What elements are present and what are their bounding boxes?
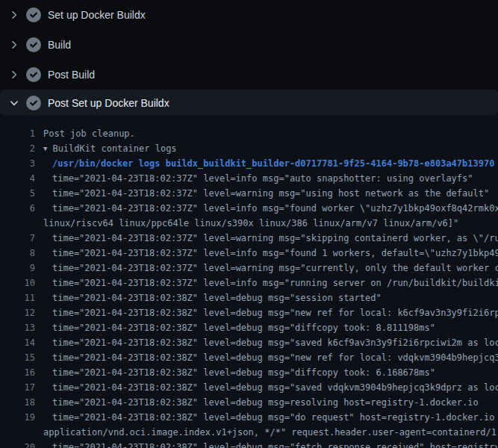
log-line-text: time="2021-04-23T18:02:38Z" level=debug …	[52, 412, 498, 423]
log-line-text: time="2021-04-23T18:02:38Z" level=debug …	[52, 293, 382, 303]
log-line: 9 time="2021-04-23T18:02:37Z" level=warn…	[0, 261, 498, 276]
chevron-right-icon[interactable]	[8, 9, 20, 21]
log-line-number[interactable]: 18	[22, 395, 35, 410]
chevron-right-icon[interactable]	[8, 39, 20, 51]
chevron-down-icon[interactable]	[8, 97, 20, 109]
log-line: 12 time="2021-04-23T18:02:38Z" level=deb…	[0, 305, 498, 320]
step-label: Post Build	[48, 69, 95, 81]
log-line: linux/riscv64 linux/ppc64le linux/s390x …	[0, 216, 498, 231]
log-line-text: time="2021-04-23T18:02:38Z" level=debug …	[52, 337, 498, 348]
log-line-text: time="2021-04-23T18:02:38Z" level=debug …	[52, 397, 479, 408]
workflow-log-viewer: Set up Docker Buildx Build Post Build Po…	[0, 0, 498, 448]
log-line: 19 time="2021-04-23T18:02:38Z" level=deb…	[0, 410, 498, 425]
log-line-number[interactable]: 17	[22, 380, 35, 395]
step-row[interactable]: Set up Docker Buildx	[0, 0, 498, 30]
log-line-text: time="2021-04-23T18:02:37Z" level=warnin…	[52, 263, 498, 273]
log-line-number[interactable]: 16	[22, 365, 35, 380]
log-line: 17 time="2021-04-23T18:02:38Z" level=deb…	[0, 380, 498, 395]
log-line: 11 time="2021-04-23T18:02:38Z" level=deb…	[0, 290, 498, 305]
log-line: 6 time="2021-04-23T18:02:37Z" level=info…	[0, 201, 498, 216]
log-line-text: /usr/bin/docker logs buildx_buildkit_bui…	[52, 158, 494, 169]
log-line-text: time="2021-04-23T18:02:37Z" level=info m…	[52, 173, 473, 184]
step-list: Set up Docker Buildx Build Post Build Po…	[0, 0, 498, 116]
log-output: 1 Post job cleanup. 2 ▼BuildKit containe…	[0, 116, 498, 448]
log-line-text: application/vnd.oci.image.index.v1+json,…	[43, 427, 498, 438]
log-line-text: time="2021-04-23T18:02:38Z" level=debug …	[52, 352, 498, 363]
log-line: 20 time="2021-04-23T18:02:38Z" level=deb…	[0, 440, 498, 448]
step-label: Post Set up Docker Buildx	[48, 97, 169, 109]
log-line-text: time="2021-04-23T18:02:38Z" level=debug …	[52, 367, 435, 378]
step-label: Build	[48, 39, 71, 51]
log-line-number[interactable]: 19	[22, 410, 35, 425]
log-line-text: time="2021-04-23T18:02:38Z" level=debug …	[52, 308, 498, 318]
log-line-number[interactable]: 1	[22, 126, 35, 141]
log-line-number[interactable]: 6	[22, 201, 35, 216]
log-line-number[interactable]: 3	[22, 156, 35, 171]
step-row[interactable]: Build	[0, 30, 498, 60]
chevron-right-icon[interactable]	[8, 69, 20, 81]
log-line: 15 time="2021-04-23T18:02:38Z" level=deb…	[0, 350, 498, 365]
log-line: 8 time="2021-04-23T18:02:37Z" level=info…	[0, 246, 498, 261]
step-label: Set up Docker Buildx	[48, 9, 146, 21]
log-line: 10 time="2021-04-23T18:02:37Z" level=inf…	[0, 276, 498, 290]
check-circle-icon	[26, 37, 41, 52]
log-line: 5 time="2021-04-23T18:02:37Z" level=warn…	[0, 186, 498, 201]
log-line: 13 time="2021-04-23T18:02:38Z" level=deb…	[0, 320, 498, 335]
log-line-number[interactable]: 14	[22, 335, 35, 350]
collapse-triangle-icon[interactable]: ▼	[43, 141, 47, 156]
log-line: 4 time="2021-04-23T18:02:37Z" level=info…	[0, 171, 498, 186]
log-line-number[interactable]: 11	[22, 290, 35, 305]
log-line-text: linux/riscv64 linux/ppc64le linux/s390x …	[43, 218, 458, 228]
log-line-text: time="2021-04-23T18:02:37Z" level=info m…	[52, 248, 498, 258]
log-line-number[interactable]	[22, 216, 35, 231]
check-circle-icon	[26, 67, 41, 82]
log-line-number[interactable]: 2	[22, 141, 35, 156]
log-line: 2 ▼BuildKit container logs	[0, 141, 498, 156]
log-line: 7 time="2021-04-23T18:02:37Z" level=warn…	[0, 231, 498, 246]
step-row[interactable]: Post Build	[0, 60, 498, 90]
check-circle-icon	[26, 7, 41, 22]
log-line: 14 time="2021-04-23T18:02:38Z" level=deb…	[0, 335, 498, 350]
log-line: 3 /usr/bin/docker logs buildx_buildkit_b…	[0, 156, 498, 171]
check-circle-icon	[26, 96, 41, 111]
log-line-text: Post job cleanup.	[43, 128, 135, 139]
log-line-text: time="2021-04-23T18:02:37Z" level=info m…	[52, 278, 498, 288]
log-line-number[interactable]: 12	[22, 305, 35, 320]
log-line-number[interactable]: 10	[22, 276, 35, 290]
step-row[interactable]: Post Set up Docker Buildx	[0, 90, 498, 116]
log-line-number[interactable]: 7	[22, 231, 35, 246]
log-line: 1 Post job cleanup.	[0, 126, 498, 141]
log-line-text: time="2021-04-23T18:02:38Z" level=debug …	[52, 382, 498, 393]
log-line-text: time="2021-04-23T18:02:38Z" level=debug …	[52, 442, 498, 448]
log-line-text: time="2021-04-23T18:02:38Z" level=debug …	[52, 323, 435, 333]
log-line-number[interactable]: 5	[22, 186, 35, 201]
log-line-number[interactable]: 20	[22, 440, 35, 448]
log-line: application/vnd.oci.image.index.v1+json,…	[0, 425, 498, 440]
log-line-number[interactable]	[22, 425, 35, 440]
log-line-text: time="2021-04-23T18:02:37Z" level=info m…	[52, 203, 498, 214]
log-line-number[interactable]: 8	[22, 246, 35, 261]
log-line-text: time="2021-04-23T18:02:37Z" level=warnin…	[52, 188, 489, 199]
log-line-number[interactable]: 9	[22, 261, 35, 276]
log-line-number[interactable]: 4	[22, 171, 35, 186]
log-line-number[interactable]: 15	[22, 350, 35, 365]
log-line: 18 time="2021-04-23T18:02:38Z" level=deb…	[0, 395, 498, 410]
log-line-text: BuildKit container logs	[52, 143, 176, 154]
log-line: 16 time="2021-04-23T18:02:38Z" level=deb…	[0, 365, 498, 380]
log-line-text: time="2021-04-23T18:02:37Z" level=warnin…	[52, 233, 498, 243]
log-line-number[interactable]: 13	[22, 320, 35, 335]
